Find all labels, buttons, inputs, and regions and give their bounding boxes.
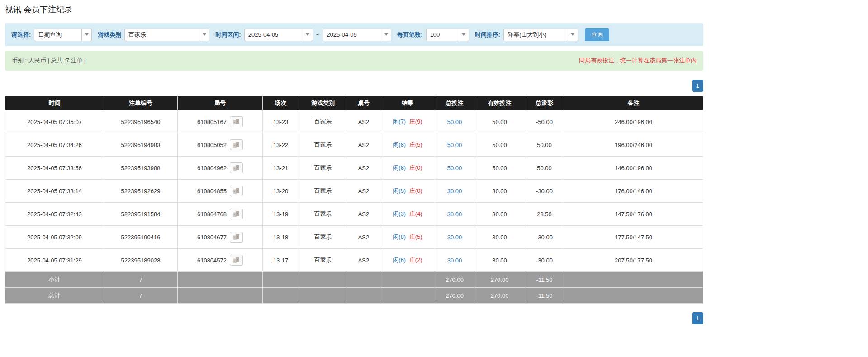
bet-id-cell: 522395192629 (104, 180, 178, 203)
session-cell: 13-20 (263, 180, 299, 203)
time-cell: 2025-04-05 07:32:09 (5, 226, 104, 249)
per-page-select[interactable]: 100 (426, 29, 469, 41)
table-row: 2025-04-05 07:32:09 522395190416 6108046… (5, 226, 703, 249)
table-no-cell: AS2 (347, 203, 380, 226)
grand-total-total-bet: 270.00 (435, 288, 474, 304)
round-detail-button[interactable] (230, 162, 243, 173)
table-row: 2025-04-05 07:33:56 522395193988 6108049… (5, 157, 703, 180)
chevron-down-icon[interactable] (303, 29, 313, 41)
sort-order-select[interactable]: 降幂(由大到小) (503, 29, 578, 41)
time-cell: 2025-04-05 07:33:56 (5, 157, 104, 180)
round-id: 610805167 (197, 119, 227, 125)
game-type-cell: 百家乐 (299, 110, 347, 133)
grand-total-label: 总计 (5, 288, 104, 304)
valid-bet-cell: 50.00 (474, 157, 525, 180)
summary-bar: 币别 : 人民币 | 总共 :7 注单 | 同局有效投注，统一计算在该局第一张注… (5, 51, 703, 71)
search-button[interactable]: 查询 (585, 28, 609, 41)
table-body: 2025-04-05 07:35:07 522395196540 6108051… (5, 110, 703, 272)
session-cell: 13-21 (263, 157, 299, 180)
game-type-cell: 百家乐 (299, 157, 347, 180)
valid-bet-cell: 30.00 (474, 249, 525, 272)
round-id-cell: 610804768 (178, 203, 263, 226)
summary-currency-total: 币别 : 人民币 | 总共 :7 注单 | (12, 57, 86, 65)
grand-total-row: 总计 7 270.00 270.00 -11.50 (5, 288, 703, 304)
total-bet-link[interactable]: 50.00 (447, 119, 462, 125)
payout-cell: -30.00 (525, 180, 564, 203)
bet-id-cell: 522395193988 (104, 157, 178, 180)
total-bet-link[interactable]: 30.00 (447, 211, 462, 218)
chevron-down-icon[interactable] (199, 29, 209, 41)
cards-icon (233, 119, 240, 125)
game-type-select[interactable]: 百家乐 (124, 29, 209, 41)
result-cell: 闲(8) 庄(5) (380, 133, 435, 157)
total-bet-link[interactable]: 30.00 (447, 257, 462, 264)
sort-order-value: 降幂(由大到小) (504, 31, 550, 39)
table-no-cell: AS2 (347, 157, 380, 180)
result-player: 闲(5) (393, 187, 406, 194)
session-cell: 13-22 (263, 133, 299, 157)
bet-id-cell: 522395191584 (104, 203, 178, 226)
date-to-select[interactable]: 2025-04-05 (323, 29, 391, 41)
round-detail-button[interactable] (230, 232, 243, 243)
round-id-cell: 610805052 (178, 133, 263, 157)
session-cell: 13-18 (263, 226, 299, 249)
valid-bet-cell: 50.00 (474, 110, 525, 133)
header-result: 结果 (380, 96, 435, 110)
total-bet-cell: 30.00 (435, 226, 474, 249)
game-type-cell: 百家乐 (299, 249, 347, 272)
round-id: 610805052 (197, 142, 227, 148)
bet-id-cell: 522395194983 (104, 133, 178, 157)
round-id-cell: 610805167 (178, 110, 263, 133)
table-row: 2025-04-05 07:35:07 522395196540 6108051… (5, 110, 703, 133)
remark-cell: 146.00/196.00 (564, 157, 703, 180)
game-type-value: 百家乐 (125, 31, 150, 39)
date-to-value: 2025-04-05 (323, 31, 360, 38)
query-type-select[interactable]: 日期查询 (34, 29, 92, 41)
bet-id-cell: 522395196540 (104, 110, 178, 133)
remark-cell: 176.00/146.00 (564, 180, 703, 203)
round-id: 610804572 (197, 257, 227, 264)
round-detail-button[interactable] (230, 139, 243, 150)
query-type-value: 日期查询 (34, 31, 65, 39)
chevron-down-icon[interactable] (459, 29, 469, 41)
cards-icon (233, 142, 240, 148)
valid-bet-cell: 50.00 (474, 133, 525, 157)
header-game-type: 游戏类别 (299, 96, 347, 110)
round-detail-button[interactable] (230, 209, 243, 219)
total-bet-link[interactable]: 30.00 (447, 188, 462, 195)
bet-id-cell: 522395190416 (104, 226, 178, 249)
total-bet-link[interactable]: 50.00 (447, 165, 462, 171)
chevron-down-icon[interactable] (568, 29, 578, 41)
chevron-down-icon[interactable] (381, 29, 391, 41)
round-detail-button[interactable] (230, 255, 243, 266)
table-no-cell: AS2 (347, 110, 380, 133)
result-player: 闲(6) (393, 257, 406, 263)
table-row: 2025-04-05 07:32:43 522395191584 6108047… (5, 203, 703, 226)
round-detail-button[interactable] (230, 186, 243, 196)
subtotal-row: 小计 7 270.00 270.00 -11.50 (5, 272, 703, 288)
subtotal-payout: -11.50 (525, 272, 564, 288)
session-cell: 13-23 (263, 110, 299, 133)
page-button-1[interactable]: 1 (692, 312, 703, 324)
game-type-cell: 百家乐 (299, 180, 347, 203)
result-banker: 庄(0) (409, 187, 422, 194)
total-bet-cell: 50.00 (435, 133, 474, 157)
filter-bar: 请选择: 日期查询 游戏类别 百家乐 时间区间: 2025-04-05 ~ 20… (5, 23, 703, 46)
cards-icon (233, 188, 240, 194)
date-from-select[interactable]: 2025-04-05 (244, 29, 313, 41)
remark-cell: 196.00/246.00 (564, 133, 703, 157)
remark-cell: 246.00/196.00 (564, 110, 703, 133)
page-button-1[interactable]: 1 (692, 80, 703, 92)
total-bet-link[interactable]: 30.00 (447, 234, 462, 241)
total-bet-cell: 30.00 (435, 203, 474, 226)
round-detail-button[interactable] (230, 116, 243, 127)
total-bet-link[interactable]: 50.00 (447, 142, 462, 148)
remark-cell: 207.50/177.50 (564, 249, 703, 272)
game-type-cell: 百家乐 (299, 133, 347, 157)
header-valid-bet: 有效投注 (474, 96, 525, 110)
round-id: 610804768 (197, 211, 227, 218)
bet-id-cell: 522395189028 (104, 249, 178, 272)
chevron-down-icon[interactable] (81, 29, 91, 41)
total-bet-cell: 50.00 (435, 110, 474, 133)
remark-cell: 147.50/176.00 (564, 203, 703, 226)
